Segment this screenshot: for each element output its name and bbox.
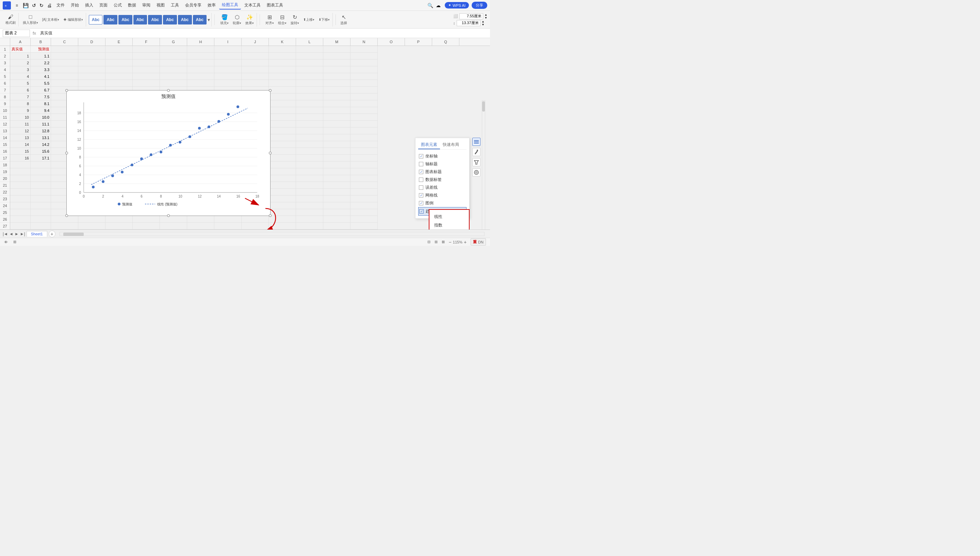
shape-style-8[interactable]: Abc — [193, 15, 207, 24]
menu-view[interactable]: 视图 — [154, 2, 167, 9]
menu-insert[interactable]: 插入 — [83, 2, 96, 9]
col-header-h[interactable]: H — [187, 38, 214, 45]
zoom-in-btn[interactable]: + — [464, 239, 467, 245]
edit-shape-btn[interactable]: ◈ 编辑形状▾ — [62, 17, 84, 23]
sheet-tab-sheet1[interactable]: Sheet1 — [26, 231, 47, 237]
print-icon[interactable]: 🖨 — [45, 2, 53, 9]
col-header-e[interactable]: E — [105, 38, 133, 45]
col-header-c[interactable]: C — [51, 38, 78, 45]
styles-more-btn[interactable]: ▾ — [207, 17, 210, 23]
checkbox-chart-title[interactable]: ✓ — [419, 170, 423, 174]
trendline-exponential[interactable]: 指数 — [432, 221, 466, 230]
menu-review[interactable]: 审阅 — [139, 2, 153, 9]
chart-filter-btn[interactable] — [472, 158, 481, 166]
group-btn[interactable]: ⊟ 组合▾ — [277, 13, 288, 26]
menu-tool[interactable]: 工具 — [168, 2, 182, 9]
menu-page[interactable]: 页面 — [97, 2, 110, 9]
sheet-nav-prev[interactable]: ◄ — [9, 231, 13, 236]
checkbox-axis[interactable]: ✓ — [419, 154, 423, 158]
save-icon[interactable]: 💾 — [21, 2, 30, 9]
view-mode-break[interactable]: ⊠ — [442, 240, 445, 244]
view-layout-icon[interactable]: ⊞ — [13, 240, 16, 244]
col-header-a[interactable]: A — [10, 38, 31, 45]
checkbox-gridlines[interactable]: ✓ — [419, 193, 423, 197]
height-stepper[interactable]: ▲▼ — [482, 20, 484, 26]
menu-home[interactable]: 开始 — [68, 2, 82, 9]
col-header-q[interactable]: Q — [432, 38, 459, 45]
width-input[interactable] — [459, 13, 483, 19]
undo-icon[interactable]: ↺ — [31, 2, 37, 9]
col-header-p[interactable]: P — [405, 38, 432, 45]
format-brush-btn[interactable]: 🖌 格式刷 — [4, 13, 17, 26]
fill-btn[interactable]: 🪣 填充▾ — [219, 13, 230, 26]
panel-item-data-labels[interactable]: 数据标签 — [418, 176, 467, 184]
horizontal-scrollbar[interactable] — [60, 232, 484, 236]
col-header-b[interactable]: B — [31, 38, 51, 45]
add-sheet-button[interactable]: + — [49, 231, 55, 238]
col-header-f[interactable]: F — [133, 38, 160, 45]
chart-handle-mr[interactable] — [269, 152, 272, 154]
menu-hamburger[interactable]: ≡ — [13, 2, 21, 9]
panel-item-legend[interactable]: ✓ 图例 — [418, 199, 467, 207]
menu-text-tool[interactable]: 文本工具 — [241, 2, 263, 9]
view-mode-normal[interactable]: ⊟ — [428, 240, 431, 244]
chart-handle-bc[interactable] — [167, 214, 170, 217]
panel-item-axis-title[interactable]: 轴标题 — [418, 160, 467, 168]
menu-chart-tool[interactable]: 图表工具 — [264, 2, 286, 9]
redo-icon[interactable]: ↻ — [38, 2, 45, 9]
col-header-m[interactable]: M — [323, 38, 350, 45]
menu-draw-tool[interactable]: 绘图工具 — [219, 1, 241, 10]
menu-efficiency[interactable]: 效率 — [205, 2, 219, 9]
shape-style-1[interactable]: Abc — [89, 15, 103, 24]
checkbox-error-bars[interactable] — [419, 185, 423, 190]
panel-item-error-bars[interactable]: 误差线 — [418, 184, 467, 191]
col-header-n[interactable]: N — [350, 38, 378, 45]
col-header-o[interactable]: O — [378, 38, 405, 45]
shape-style-7[interactable]: Abc — [178, 15, 192, 24]
wps-ai-button[interactable]: ✦ WPS AI — [445, 2, 469, 8]
cloud-icon[interactable]: ☁ — [436, 3, 441, 8]
checkbox-legend[interactable]: ✓ — [419, 201, 423, 205]
layer-up-btn[interactable]: ⬆上移▾ — [302, 17, 316, 23]
trendline-linear[interactable]: 线性 — [432, 213, 466, 221]
outline-btn[interactable]: ⬡ 轮廓▾ — [232, 13, 243, 26]
align-btn[interactable]: ⊞ 对齐▾ — [264, 13, 275, 26]
chart-handle-tr[interactable] — [269, 89, 272, 92]
cell-reference-box[interactable]: 图表 2 — [3, 29, 30, 37]
width-stepper[interactable]: ▲▼ — [484, 13, 487, 19]
col-header-g[interactable]: G — [160, 38, 187, 45]
menu-data[interactable]: 数据 — [125, 2, 139, 9]
checkbox-data-labels[interactable] — [419, 178, 423, 182]
col-header-k[interactable]: K — [269, 38, 296, 45]
chart-handle-br[interactable] — [269, 214, 272, 217]
chart-handle-ml[interactable] — [65, 152, 68, 154]
shape-style-6[interactable]: Abc — [163, 15, 177, 24]
checkbox-axis-title[interactable] — [419, 162, 423, 166]
checkbox-trendline[interactable]: ✓ — [419, 209, 424, 213]
panel-item-gridlines[interactable]: ✓ 网格线 — [418, 191, 467, 199]
sheet-nav-last[interactable]: ►| — [20, 231, 25, 236]
sheet-nav-first[interactable]: |◄ — [3, 231, 8, 236]
layer-down-btn[interactable]: ⬇下移▾ — [317, 17, 331, 23]
insert-shape-btn[interactable]: □ 插入形状▾ — [21, 13, 39, 26]
menu-formula[interactable]: 公式 — [111, 2, 125, 9]
chart-target-btn[interactable] — [472, 168, 481, 176]
chart-brush-btn[interactable] — [472, 148, 481, 156]
horizontal-scrollbar-thumb[interactable] — [63, 233, 84, 236]
col-header-d[interactable]: D — [78, 38, 105, 45]
text-frame-btn[interactable]: [A] 文本框▾ — [41, 17, 61, 23]
search-icon[interactable]: 🔍 — [428, 3, 433, 8]
menu-file[interactable]: 文件 — [54, 2, 67, 9]
tab-quick-layout[interactable]: 快速布局 — [440, 141, 462, 149]
select-btn[interactable]: ↖ 选择 — [339, 13, 349, 26]
shape-style-2[interactable]: Abc — [104, 15, 117, 24]
chart-handle-tl[interactable] — [65, 89, 68, 92]
height-input[interactable] — [457, 20, 481, 26]
panel-item-axis[interactable]: ✓ 坐标轴 — [418, 152, 467, 160]
scrollbar-thumb[interactable] — [482, 101, 485, 112]
col-header-i[interactable]: I — [214, 38, 241, 45]
chart-handle-tc[interactable] — [167, 89, 170, 92]
vertical-scrollbar[interactable] — [482, 100, 485, 230]
view-normal-icon[interactable]: 👁 — [4, 240, 8, 244]
chart-handle-bl[interactable] — [65, 214, 68, 217]
